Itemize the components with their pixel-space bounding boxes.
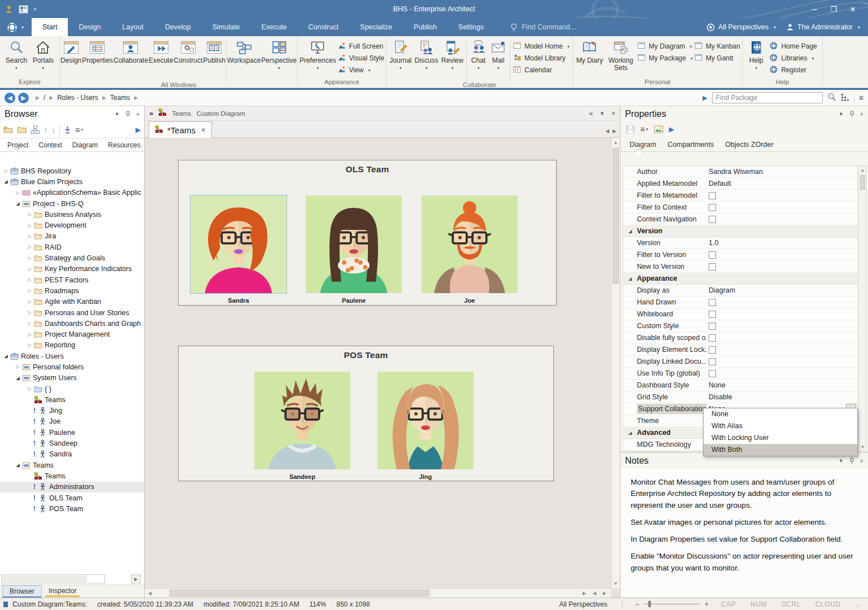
browser-scroll-right-icon[interactable]: ▶ bbox=[131, 574, 141, 583]
pan-left-icon[interactable]: ◀ bbox=[591, 589, 598, 598]
move-down-icon[interactable]: ↓ bbox=[52, 125, 56, 134]
tree-item-key-performance-indicators[interactable]: ▷Key Performance Indicators bbox=[0, 264, 144, 274]
tree-item-project-management[interactable]: ▷Project Management bbox=[0, 329, 144, 339]
ribbon-home-page-button[interactable]: Home Page bbox=[770, 41, 817, 51]
avatar-paulene[interactable]: Paulene bbox=[306, 195, 402, 304]
tree-item-joe[interactable]: !Joe bbox=[0, 416, 144, 427]
apply-image-icon[interactable] bbox=[654, 125, 663, 133]
browser-tab-resources[interactable]: Resources bbox=[103, 141, 145, 151]
ribbon-calendar-button[interactable]: Calendar bbox=[513, 65, 570, 75]
team-group-pos-team[interactable]: POS Team bbox=[178, 346, 554, 481]
property-row-context-navigation[interactable]: Context Navigation bbox=[623, 213, 857, 225]
minimize-button[interactable]: ─ bbox=[805, 5, 824, 14]
menu-tab-design[interactable]: Design bbox=[68, 18, 111, 36]
expand-icon[interactable]: ▷ bbox=[26, 299, 33, 304]
collapse-icon[interactable]: ◢ bbox=[2, 354, 10, 359]
canvas-hscrollbar[interactable]: ◀ ▶ ◀ ▶ bbox=[145, 588, 611, 598]
ribbon-preferences-button[interactable]: Preferences▾ bbox=[300, 39, 336, 71]
browser-tab-project[interactable]: Project bbox=[2, 141, 33, 151]
scroll-right-icon[interactable]: ▶ bbox=[580, 589, 588, 598]
ribbon-chat-button[interactable]: Chat▾ bbox=[470, 39, 487, 71]
expand-icon[interactable]: ▷ bbox=[2, 168, 10, 173]
tree-item-roles-users[interactable]: ◢Roles - Users bbox=[0, 351, 144, 361]
property-row-version[interactable]: Version1.0 bbox=[623, 237, 857, 249]
tree-item-jira[interactable]: ▷Jira bbox=[0, 231, 144, 242]
menu-tab-execute[interactable]: Execute bbox=[250, 18, 297, 36]
checkbox-hand-drawn[interactable] bbox=[709, 299, 716, 306]
breadcrumb-item-[interactable]: / bbox=[44, 94, 45, 102]
expand-icon[interactable]: ▷ bbox=[26, 245, 33, 250]
ribbon-publish-button[interactable]: Publish bbox=[203, 39, 225, 64]
tree-item-development[interactable]: ▷Development bbox=[0, 220, 144, 230]
avatar-image-paulene[interactable] bbox=[306, 195, 402, 293]
tree-item-applicationschema-basic-applic[interactable]: ▷«ApplicationSchema» Basic Applic bbox=[0, 188, 144, 198]
expand-icon[interactable]: ▷ bbox=[26, 212, 33, 217]
tree-item-pest-factors[interactable]: ▷PEST Factors bbox=[0, 274, 144, 285]
collapse-icon[interactable]: ◢ bbox=[2, 179, 10, 184]
property-section-appearance[interactable]: ◢Appearance bbox=[623, 273, 857, 285]
outline-grid-icon[interactable] bbox=[841, 93, 849, 103]
ribbon-discuss-button[interactable]: Discuss▾ bbox=[415, 39, 439, 71]
avatar-joe[interactable]: Joe bbox=[422, 195, 518, 304]
tree-item-personal-folders[interactable]: ▷Personal folders bbox=[0, 361, 144, 372]
tree-item-strategy-and-goals[interactable]: ▷Strategy and Goals bbox=[0, 252, 144, 263]
tree-item-teams[interactable]: Teams bbox=[0, 470, 144, 481]
strip-close-icon[interactable]: × bbox=[611, 110, 615, 117]
package-go-icon[interactable]: ▶ bbox=[702, 94, 707, 102]
avatar-sandeep[interactable]: Sandeep bbox=[254, 372, 350, 480]
tree-item-pos-team[interactable]: !POS Team bbox=[0, 503, 144, 514]
diagram-canvas[interactable]: OLS TeamPOS TeamSandraPauleneJoeSandeepJ… bbox=[145, 138, 611, 588]
quick-user-icon[interactable] bbox=[5, 5, 13, 14]
ribbon-register-button[interactable]: Register bbox=[770, 65, 817, 75]
browser-go-icon[interactable]: ▶ bbox=[136, 126, 141, 134]
browser-hscrollbar[interactable]: ▶ bbox=[1, 574, 142, 584]
notes-pin-icon[interactable] bbox=[849, 457, 855, 464]
ribbon-workspace-button[interactable]: Workspace bbox=[227, 39, 261, 64]
folder-icon[interactable] bbox=[17, 125, 27, 134]
collapse-icon[interactable]: ◢ bbox=[14, 463, 21, 468]
expand-icon[interactable]: ▷ bbox=[14, 190, 21, 195]
ribbon-my-kanban-button[interactable]: My Kanban bbox=[695, 41, 740, 51]
breadcrumb-item-roles-users[interactable]: Roles - Users bbox=[57, 94, 98, 102]
search-icon[interactable] bbox=[827, 93, 836, 103]
strip-dropdown-icon[interactable]: ▼ bbox=[600, 111, 605, 116]
notes-editor[interactable]: Monitor Chat Messages from users and tea… bbox=[620, 469, 868, 598]
ribbon-visual-style-button[interactable]: Visual Style bbox=[338, 53, 384, 63]
checkbox-display-element-lock[interactable] bbox=[709, 346, 716, 354]
hamburger-menu-icon[interactable]: ≡ bbox=[859, 93, 863, 102]
properties-vscrollbar[interactable]: ▲ ▼ bbox=[858, 165, 867, 451]
checkbox-new-to-version[interactable] bbox=[709, 263, 716, 271]
status-perspectives[interactable]: All Perspectives bbox=[559, 600, 607, 608]
ribbon-full-screen-button[interactable]: Full Screen bbox=[338, 41, 384, 51]
scroll-left-icon[interactable]: ◀ bbox=[146, 589, 154, 598]
ribbon-review-button[interactable]: Review▾ bbox=[441, 39, 463, 71]
browser-close-icon[interactable]: × bbox=[136, 111, 140, 117]
ribbon-mail-button[interactable]: Mail▾ bbox=[490, 39, 507, 71]
app-menu-button[interactable]: ▾ bbox=[0, 18, 32, 36]
expand-icon[interactable]: ▷ bbox=[26, 386, 33, 391]
collapse-icon[interactable]: ◢ bbox=[14, 201, 21, 206]
property-row-hand-drawn[interactable]: Hand Drawn bbox=[623, 297, 857, 308]
zoom-out-icon[interactable]: − bbox=[635, 600, 639, 608]
avatar-image-sandeep[interactable] bbox=[254, 372, 350, 469]
chevrons-icon[interactable]: » bbox=[149, 109, 153, 117]
expand-icon[interactable]: ▷ bbox=[26, 256, 33, 261]
notes-close-icon[interactable]: × bbox=[860, 457, 863, 464]
expand-icon[interactable]: ▷ bbox=[26, 277, 33, 282]
bottom-tab-inspector[interactable]: Inspector bbox=[42, 585, 83, 598]
ribbon-design-button[interactable]: Design bbox=[60, 39, 81, 64]
property-row-dashboard-style[interactable]: Dashboard StyleNone bbox=[623, 380, 857, 391]
checkbox-filter-to-context[interactable] bbox=[709, 204, 716, 211]
quick-access-caret-icon[interactable]: ▾ bbox=[34, 7, 36, 12]
tree-item-roadmaps[interactable]: ▷Roadmaps bbox=[0, 285, 144, 296]
expand-icon[interactable]: ▷ bbox=[26, 288, 33, 293]
checkbox-use-info-tip-global[interactable] bbox=[709, 370, 716, 377]
ribbon-journal-button[interactable]: Journal▾ bbox=[389, 39, 411, 71]
properties-close-icon[interactable]: × bbox=[860, 111, 863, 117]
tab-scroll-left-icon[interactable]: ◀ bbox=[605, 128, 609, 134]
property-row-new-to-version[interactable]: New to Version bbox=[623, 261, 857, 273]
expand-icon[interactable]: ▷ bbox=[26, 332, 33, 337]
user-menu[interactable]: The Administrator▾ bbox=[786, 23, 860, 31]
ribbon-my-gantt-button[interactable]: My Gantt bbox=[695, 53, 740, 63]
tree-item-sandeep[interactable]: !Sandeep bbox=[0, 438, 144, 448]
